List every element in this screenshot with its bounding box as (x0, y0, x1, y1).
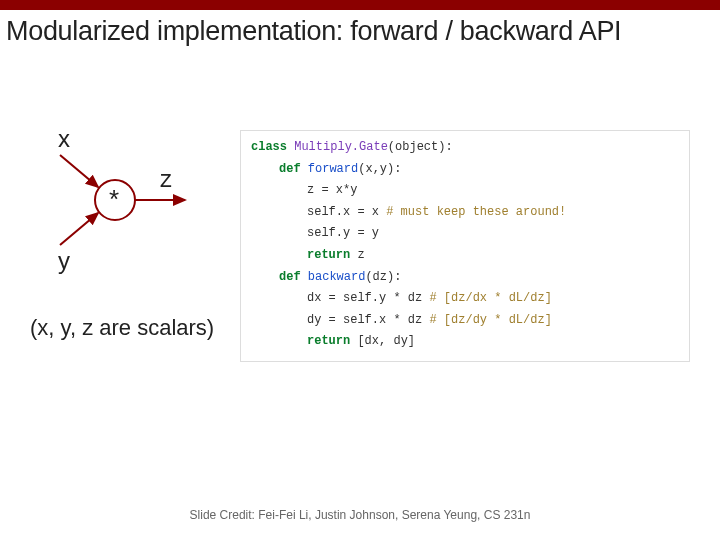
graph-y-label: y (58, 247, 70, 275)
code-line: class Multiply.Gate(object): (251, 137, 679, 159)
code-line: self.x = x # must keep these around! (251, 202, 679, 224)
code-line: return z (251, 245, 679, 267)
computation-graph: x y z * (40, 125, 260, 325)
graph-svg (40, 125, 260, 295)
graph-x-label: x (58, 125, 70, 153)
svg-line-1 (60, 155, 98, 187)
code-line: dx = self.y * dz # [dz/dx * dL/dz] (251, 288, 679, 310)
slide-credit: Slide Credit: Fei-Fei Li, Justin Johnson… (0, 508, 720, 522)
svg-line-2 (60, 213, 98, 245)
slide-title: Modularized implementation: forward / ba… (0, 10, 720, 47)
scalars-note: (x, y, z are scalars) (30, 315, 214, 341)
header-bar (0, 0, 720, 10)
code-line: z = x*y (251, 180, 679, 202)
code-line: dy = self.x * dz # [dz/dy * dL/dz] (251, 310, 679, 332)
code-line: def backward(dz): (251, 267, 679, 289)
code-block: class Multiply.Gate(object): def forward… (240, 130, 690, 362)
graph-z-label: z (160, 165, 172, 193)
code-line: self.y = y (251, 223, 679, 245)
graph-op-label: * (109, 184, 119, 215)
code-line: return [dx, dy] (251, 331, 679, 353)
code-line: def forward(x,y): (251, 159, 679, 181)
